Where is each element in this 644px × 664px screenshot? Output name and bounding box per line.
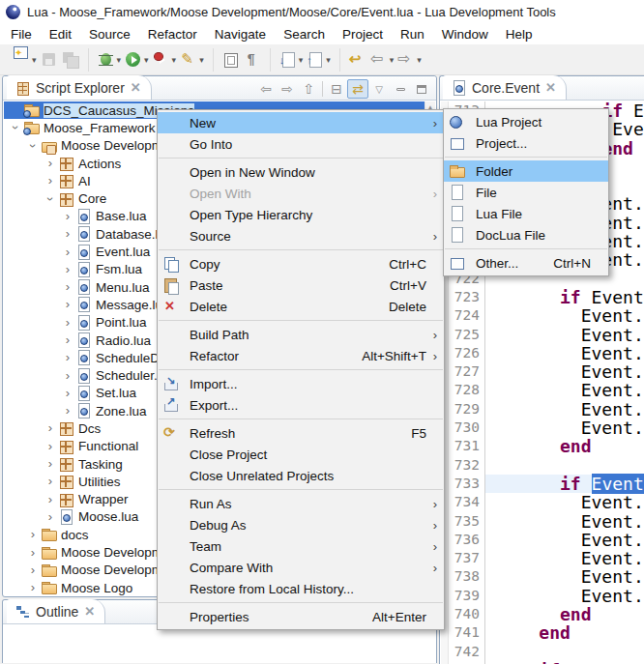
chevron-collapsed-icon[interactable]: › [43, 459, 58, 469]
minimize-icon[interactable] [390, 79, 411, 99]
menu-item-project[interactable]: Project... [444, 132, 608, 154]
menu-item-delete[interactable]: DeleteDelete [158, 296, 444, 317]
dropdown-arrow-icon[interactable]: ▾ [117, 55, 122, 65]
menu-item-restore-from-local-history[interactable]: Restore from Local History... [158, 578, 444, 599]
code-line[interactable]: end [485, 437, 644, 455]
menubar-item-edit[interactable]: Edit [41, 25, 80, 43]
menu-item-source[interactable]: Source› [158, 225, 444, 246]
chevron-collapsed-icon[interactable]: › [43, 423, 58, 433]
chevron-collapsed-icon[interactable]: › [43, 476, 58, 486]
dropdown-arrow-icon[interactable]: ▾ [390, 55, 395, 65]
code-line[interactable]: Event.IniDCSUnitName = Event.IniDCSUnit:… [485, 326, 644, 344]
menu-item-debug-as[interactable]: Debug As› [158, 514, 444, 535]
menu-item-paste[interactable]: PasteCtrl+V [158, 274, 444, 296]
close-icon[interactable]: ✕ [84, 604, 95, 619]
new-wizard-button[interactable]: ▾ [13, 48, 37, 72]
menubar-item-file[interactable]: File [2, 25, 41, 43]
chevron-collapsed-icon[interactable]: › [43, 512, 58, 522]
chevron-collapsed-icon[interactable]: › [43, 495, 58, 505]
close-icon[interactable]: ✕ [545, 80, 556, 95]
chevron-collapsed-icon[interactable]: › [60, 247, 75, 257]
forward-icon[interactable]: ⇨ [277, 79, 298, 99]
chevron-collapsed-icon[interactable]: › [60, 335, 75, 345]
code-line[interactable]: Event.IniTypeName = Event.IniDCSUnit:get… [485, 587, 644, 605]
menu-item-lua-project[interactable]: Lua Project [444, 111, 608, 132]
chevron-collapsed-icon[interactable]: › [60, 229, 75, 239]
link-with-editor-icon[interactable]: ⇄ [347, 79, 368, 99]
dropdown-arrow-icon[interactable]: ▾ [144, 55, 149, 65]
chevron-collapsed-icon[interactable]: › [43, 442, 58, 451]
back-icon[interactable]: ⇦ [255, 79, 277, 99]
chevron-expanded-icon[interactable]: › [45, 191, 55, 207]
chevron-collapsed-icon[interactable]: › [60, 300, 75, 309]
chevron-collapsed-icon[interactable]: › [60, 265, 75, 274]
chevron-collapsed-icon[interactable]: › [60, 353, 75, 362]
code-line[interactable]: Event.IniCoalition = Event.IniDCSUnit:ge… [485, 381, 644, 399]
menu-item-folder[interactable]: Folder [444, 160, 608, 182]
menubar-item-refactor[interactable]: Refactor [139, 25, 206, 43]
code-line[interactable]: if Event.IniObjectCategory == Object.Cat… [485, 288, 644, 306]
menu-item-lua-file[interactable]: Lua File [444, 203, 608, 224]
code-line[interactable]: Event.IniTypeName = Event.IniDCSUnit:get… [485, 419, 644, 437]
menubar-item-help[interactable]: Help [497, 25, 542, 43]
code-line[interactable]: end [485, 605, 644, 623]
code-line[interactable]: Event.IniUnitName = Event.IniDCSUnitName [485, 531, 644, 549]
menubar-item-window[interactable]: Window [433, 25, 497, 43]
dropdown-arrow-icon[interactable]: ▾ [199, 55, 204, 65]
code-line[interactable]: if Event.IniObjectCategory == Object.Cat… [485, 475, 644, 493]
code-line[interactable]: Event.IniUnit = UNIT:FindByName( Event.I… [485, 362, 644, 381]
menu-item-new[interactable]: New› [158, 112, 444, 133]
dropdown-arrow-icon[interactable]: ▾ [32, 55, 37, 65]
chevron-collapsed-icon[interactable]: › [60, 389, 75, 398]
dropdown-arrow-icon[interactable]: ▾ [172, 55, 177, 65]
chevron-collapsed-icon[interactable]: › [43, 176, 58, 186]
tab-script-explorer[interactable]: Script Explorer ✕ [7, 75, 152, 100]
view-menu-icon[interactable]: ▽ [368, 79, 390, 99]
code-line[interactable]: Event.IniCategory = Event.IniDCSUnit:get… [485, 400, 644, 419]
collapse-all-icon[interactable]: ⊟ [326, 79, 347, 99]
chevron-collapsed-icon[interactable]: › [25, 548, 41, 558]
menu-item-refresh[interactable]: RefreshF5 [158, 422, 444, 444]
menubar-item-project[interactable]: Project [334, 25, 392, 43]
close-icon[interactable]: ✕ [131, 80, 141, 95]
menu-item-other[interactable]: Other...Ctrl+N [444, 252, 608, 274]
code-line[interactable]: Event.IniDCSUnitName = Event.IniDCSUnit:… [485, 512, 644, 531]
mark-occurrences-button[interactable] [222, 48, 240, 72]
dropdown-arrow-icon[interactable]: ▾ [417, 55, 422, 65]
tab-outline[interactable]: Outline ✕ [7, 599, 105, 623]
run-button[interactable]: ▾ [125, 48, 149, 72]
chevron-collapsed-icon[interactable]: › [60, 371, 75, 381]
code-line[interactable]: Event.IniCategory = Event.IniDCSUnit:get… [485, 567, 644, 586]
menu-item-file[interactable]: File [444, 182, 608, 203]
external-tools-button[interactable]: ▾ [180, 48, 204, 72]
chevron-collapsed-icon[interactable]: › [25, 583, 41, 592]
code-line[interactable]: Event.IniUnitName = Event.IniDCSUnitName [485, 344, 644, 362]
debug-button[interactable]: ▾ [98, 48, 122, 72]
menu-item-copy[interactable]: CopyCtrl+C [158, 253, 444, 274]
show-whitespace-button[interactable] [244, 48, 261, 72]
run-coverage-button[interactable]: ▾ [153, 48, 177, 72]
menu-item-team[interactable]: Team› [158, 535, 444, 557]
menu-item-run-as[interactable]: Run As› [158, 493, 444, 514]
maximize-icon[interactable] [411, 79, 432, 99]
menu-item-build-path[interactable]: Build Path› [158, 324, 444, 345]
chevron-expanded-icon[interactable]: › [11, 120, 20, 135]
chevron-collapsed-icon[interactable]: › [60, 212, 75, 221]
chevron-collapsed-icon[interactable]: › [25, 530, 41, 539]
dropdown-arrow-icon[interactable]: ▾ [299, 55, 304, 65]
menu-item-doclua-file[interactable]: DocLua File [444, 224, 608, 245]
menu-item-import[interactable]: Import... [158, 373, 444, 394]
menu-item-go-into[interactable]: Go Into [158, 133, 444, 155]
menu-item-close-unrelated-projects[interactable]: Close Unrelated Projects [158, 465, 444, 486]
previous-annotation-button[interactable]: ▾ [307, 48, 331, 72]
dropdown-arrow-icon[interactable]: ▾ [326, 55, 331, 65]
chevron-expanded-icon[interactable]: › [28, 138, 38, 154]
menu-item-close-project[interactable]: Close Project [158, 444, 444, 465]
menubar-item-source[interactable]: Source [80, 25, 139, 43]
forward-button[interactable]: ▾ [397, 48, 422, 72]
code-line[interactable] [485, 456, 644, 475]
menu-item-refactor[interactable]: RefactorAlt+Shift+T› [158, 345, 444, 366]
next-annotation-button[interactable]: ▾ [279, 48, 304, 72]
chevron-collapsed-icon[interactable]: › [60, 406, 75, 416]
code-line[interactable]: Event.IniUnit = STATIC:FindByName( Event… [485, 549, 644, 567]
